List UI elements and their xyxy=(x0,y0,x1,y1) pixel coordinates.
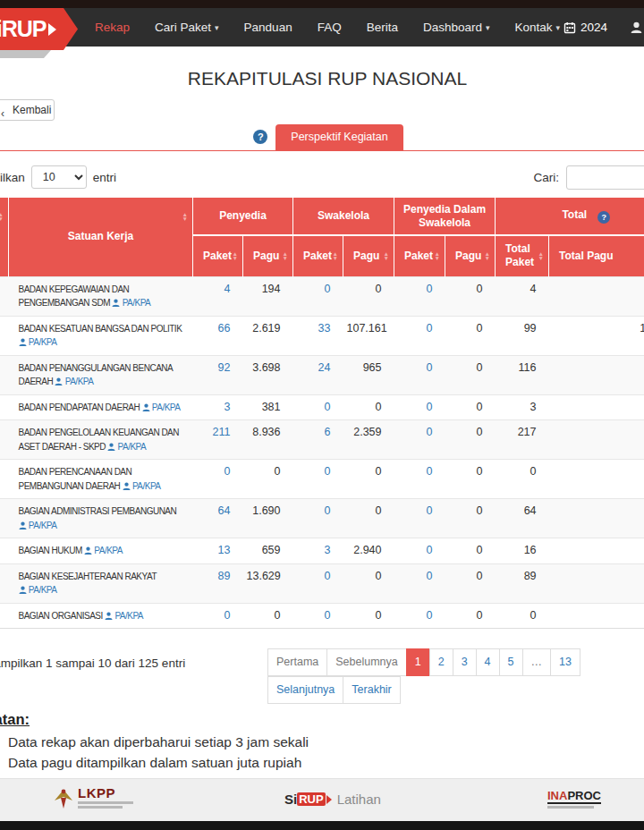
search-input[interactable] xyxy=(566,165,644,190)
paket-count-link[interactable]: 0 xyxy=(427,609,433,622)
paket-count-link[interactable]: 64 xyxy=(218,504,231,517)
inaproc-logo[interactable]: INAPROC xyxy=(547,790,601,809)
pa-kpa-link[interactable]: PA/KPA xyxy=(152,402,181,412)
paket-count-link[interactable]: 0 xyxy=(325,609,331,622)
paket-count-link[interactable]: 24 xyxy=(318,361,331,374)
page-button-5[interactable]: 5 xyxy=(499,648,523,676)
pa-kpa-link[interactable]: PA/KPA xyxy=(123,298,151,308)
page-button-1[interactable]: 1 xyxy=(406,648,430,676)
top-strip xyxy=(0,0,644,8)
pds-paket-cell: 0 xyxy=(394,460,445,499)
pa-kpa-link[interactable]: PA/KPA xyxy=(94,546,123,555)
satuan-kerja-cell: BADAN PERENCANAAN DAN PEMBANGUNAN DAERAH… xyxy=(9,460,193,499)
pa-kpa-link[interactable]: PA/KPA xyxy=(29,521,57,530)
user-icon xyxy=(84,546,92,555)
paket-count-link[interactable]: 0 xyxy=(325,283,331,295)
year-selector[interactable]: 2024 xyxy=(564,21,607,34)
paket-count-link[interactable]: 0 xyxy=(325,401,331,413)
sirup-latihan-logo[interactable]: Si RUP Latihan xyxy=(284,792,381,807)
entries-select[interactable]: 10 xyxy=(31,165,87,189)
pds-pagu-cell: 0 xyxy=(445,355,496,394)
satuan-kerja-name: BADAN KESATUAN BANGSA DAN POLITIK xyxy=(19,324,182,334)
page-button-3[interactable]: 3 xyxy=(453,648,477,676)
page-button-13[interactable]: 13 xyxy=(550,648,580,676)
nav-item-dashboard[interactable]: Dashboard▾ xyxy=(411,8,503,47)
nav-item-rekap[interactable]: Rekap xyxy=(82,8,142,47)
total-paket-header[interactable]: Total Paket▲▼ xyxy=(496,235,549,276)
pa-kpa-link[interactable]: PA/KPA xyxy=(29,337,57,347)
nav-item-faq[interactable]: FAQ xyxy=(305,8,354,47)
account-icon[interactable] xyxy=(631,21,642,33)
paket-count-link[interactable]: 0 xyxy=(427,544,433,556)
sirup-logo[interactable]: SiRUP xyxy=(0,8,78,50)
paket-count-link[interactable]: 6 xyxy=(325,426,331,438)
info-icon[interactable]: ? xyxy=(597,211,610,224)
page-button-4[interactable]: 4 xyxy=(476,648,500,676)
total-paket-cell: 89 xyxy=(496,563,549,603)
table-row: BAGIAN HUKUM PA/KPA 13 659 3 2.940 0 0 1… xyxy=(0,538,644,564)
paket-count-link[interactable]: 0 xyxy=(427,504,433,517)
paket-count-link[interactable]: 0 xyxy=(427,570,433,582)
paket-count-link[interactable]: 0 xyxy=(325,570,331,582)
swakelola-pagu-header[interactable]: Pagu▲▼ xyxy=(343,235,394,276)
paket-count-link[interactable]: 3 xyxy=(225,401,231,413)
paket-count-link[interactable]: 0 xyxy=(427,426,433,438)
back-button[interactable]: ‹ Kembali xyxy=(0,99,55,121)
paket-count-link[interactable]: 13 xyxy=(218,544,231,556)
penyedia-group-header: Penyedia xyxy=(193,198,293,235)
penyedia-paket-cell: 211 xyxy=(193,420,243,460)
pds-pagu-cell: 0 xyxy=(445,499,496,538)
nav-item-kontak[interactable]: Kontak▾ xyxy=(503,8,573,47)
paket-count-link[interactable]: 0 xyxy=(225,609,231,622)
total-pagu-header[interactable]: Total Pagu xyxy=(549,235,644,276)
page-button-…: … xyxy=(522,648,552,676)
user-icon xyxy=(19,521,27,529)
sort-icon: ▲▼ xyxy=(283,251,288,260)
paket-count-link[interactable]: 0 xyxy=(427,401,433,413)
paket-count-link[interactable]: 0 xyxy=(427,465,433,478)
satuan-kerja-header[interactable]: Satuan Kerja▲▼ xyxy=(9,198,193,276)
pa-kpa-link[interactable]: PA/KPA xyxy=(65,377,94,386)
page-button-selanjutnya[interactable]: Selanjutnya xyxy=(267,676,343,704)
paket-count-link[interactable]: 0 xyxy=(427,283,433,295)
lkpp-logo[interactable]: LKPP xyxy=(54,787,133,810)
paket-count-link[interactable]: 211 xyxy=(213,426,231,438)
help-icon[interactable]: ? xyxy=(253,130,267,144)
swakelola-paket-header[interactable]: Paket▲▼ xyxy=(293,235,343,276)
swakelola-pagu-cell: 0 xyxy=(343,603,394,629)
paket-count-link[interactable]: 89 xyxy=(218,570,231,582)
satuan-kerja-cell: BADAN KEPEGAWAIAN DAN PENGEMBANGAN SDM P… xyxy=(9,276,193,316)
total-pagu-cell: 0 xyxy=(549,603,644,629)
pa-kpa-link[interactable]: PA/KPA xyxy=(118,442,147,452)
paket-count-link[interactable]: 0 xyxy=(325,504,331,517)
total-paket-cell: 64 xyxy=(496,499,549,538)
inaproc-text-red: INA xyxy=(547,789,567,802)
nav-item-berita[interactable]: Berita xyxy=(354,8,411,47)
paket-count-link[interactable]: 33 xyxy=(318,322,331,335)
page-button-2[interactable]: 2 xyxy=(429,648,453,676)
nav-item-panduan[interactable]: Panduan xyxy=(232,8,305,47)
page-button-terakhir[interactable]: Terakhir xyxy=(343,676,400,704)
paket-count-link[interactable]: 0 xyxy=(325,465,331,478)
paket-count-link[interactable]: 0 xyxy=(225,465,231,478)
pds-pagu-header[interactable]: Pagu▲▼ xyxy=(445,235,496,276)
paket-count-link[interactable]: 92 xyxy=(218,361,231,374)
paket-count-link[interactable]: 3 xyxy=(325,544,331,556)
row-number-header[interactable]: ▲▼ xyxy=(0,198,9,276)
chevron-down-icon: ▾ xyxy=(556,9,561,47)
pa-kpa-link[interactable]: PA/KPA xyxy=(132,481,161,491)
paket-count-link[interactable]: 66 xyxy=(218,322,231,335)
penyedia-paket-cell: 66 xyxy=(193,316,243,355)
pds-paket-header[interactable]: Paket▲▼ xyxy=(394,235,445,276)
penyedia-paket-header[interactable]: Paket▲▼ xyxy=(193,235,243,276)
paket-count-link[interactable]: 0 xyxy=(427,361,433,374)
nav-item-cari-paket[interactable]: Cari Paket▾ xyxy=(142,8,232,47)
paket-count-link[interactable]: 0 xyxy=(427,322,433,335)
pds-paket-cell: 0 xyxy=(394,563,445,603)
pa-kpa-link[interactable]: PA/KPA xyxy=(29,585,57,595)
paket-count-link[interactable]: 4 xyxy=(225,283,231,295)
pa-kpa-link[interactable]: PA/KPA xyxy=(114,611,143,621)
penyedia-pagu-header[interactable]: Pagu▲▼ xyxy=(243,235,293,276)
tab-perspektif-kegiatan[interactable]: Perspektif Kegiatan xyxy=(275,124,402,150)
penyedia-paket-cell: 92 xyxy=(193,355,243,394)
